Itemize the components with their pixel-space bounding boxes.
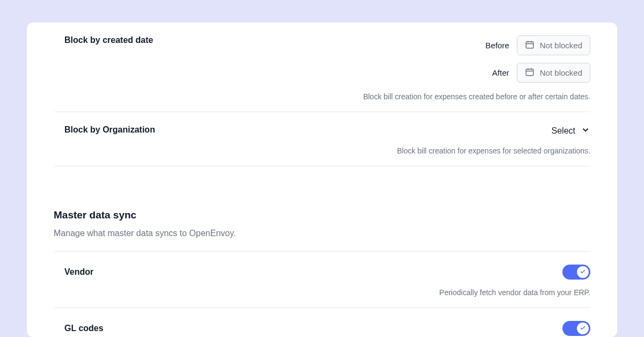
check-icon <box>580 324 586 333</box>
block-by-org-helper: Block bill creation for expenses for sel… <box>54 146 590 155</box>
date-controls: Before Not blocked <box>486 35 590 83</box>
before-date-picker[interactable]: Not blocked <box>517 35 590 55</box>
gl-codes-toggle[interactable] <box>562 321 590 336</box>
gl-codes-row: GL codes <box>54 308 590 336</box>
setting-title-block-by-org: Block by Organization <box>54 125 155 135</box>
after-label: After <box>492 68 509 77</box>
settings-card: Block by created date Before <box>27 23 617 337</box>
vendor-row: Vendor <box>54 252 590 280</box>
vendor-title: Vendor <box>54 267 93 277</box>
gl-codes-setting: GL codes <box>54 308 590 336</box>
section-subtitle: Manage what master data syncs to OpenEnv… <box>54 229 590 252</box>
svg-rect-0 <box>526 42 533 48</box>
vendor-helper: Periodically fetch vendor data from your… <box>54 288 590 297</box>
svg-rect-4 <box>526 69 533 76</box>
after-date-value: Not blocked <box>540 68 582 77</box>
block-by-date-helper: Block bill creation for expenses created… <box>54 92 590 101</box>
org-select[interactable]: Select <box>552 125 590 137</box>
vendor-toggle[interactable] <box>562 265 590 280</box>
section-title: Master data sync <box>54 209 590 221</box>
setting-header: Block by Organization Select <box>54 125 590 137</box>
setting-block-by-org: Block by Organization Select Block bill … <box>54 112 590 166</box>
before-label: Before <box>486 41 509 50</box>
setting-block-by-date: Block by created date Before <box>54 23 590 112</box>
check-icon <box>580 267 586 277</box>
toggle-knob <box>577 323 589 334</box>
vendor-setting: Vendor Periodically fetch vendor data fr… <box>54 252 590 308</box>
card-inner: Block by created date Before <box>27 23 617 336</box>
after-date-picker[interactable]: Not blocked <box>517 63 590 83</box>
toggle-knob <box>577 266 589 278</box>
setting-title-block-by-date: Block by created date <box>54 35 153 45</box>
gl-codes-title: GL codes <box>54 324 104 333</box>
master-data-sync-section: Master data sync Manage what master data… <box>54 209 590 336</box>
calendar-icon <box>525 67 535 78</box>
chevron-down-icon <box>581 125 590 137</box>
after-row: After Not blocked <box>486 63 590 83</box>
setting-header: Block by created date Before <box>54 35 590 83</box>
calendar-icon <box>525 40 535 51</box>
before-date-value: Not blocked <box>540 41 582 50</box>
before-row: Before Not blocked <box>486 35 590 55</box>
org-select-label: Select <box>552 126 575 136</box>
